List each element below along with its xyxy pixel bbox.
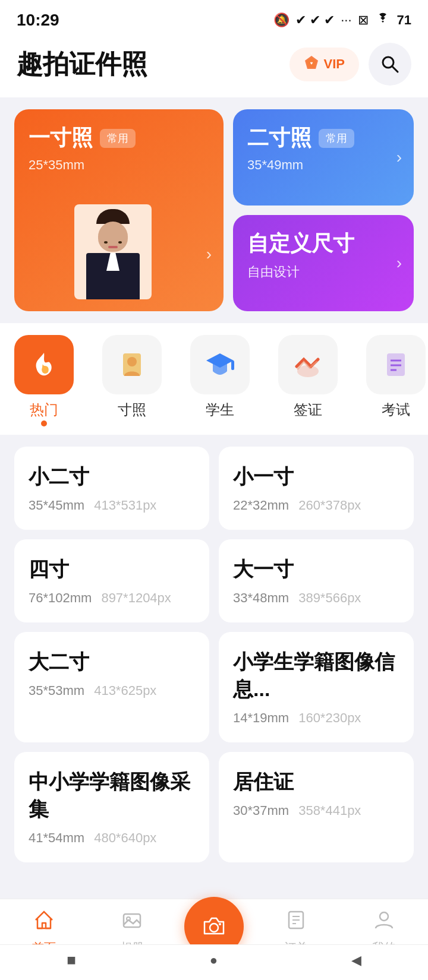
status-bar: 10:29 🔕 ✔ ✔ ✔ ··· ⊠ 71	[0, 0, 428, 36]
card-title-7: 居住证	[233, 769, 399, 796]
status-icons: 🔕 ✔ ✔ ✔ ··· ⊠ 71	[273, 12, 411, 29]
visa-icon	[278, 335, 338, 394]
search-button[interactable]	[369, 43, 411, 86]
category-item-student[interactable]: 学生	[176, 335, 264, 429]
grid-row-2: 四寸 76*102mm 897*1204px 大一寸 33*48mm 389*5…	[14, 539, 414, 622]
photo-card-sicun[interactable]: 四寸 76*102mm 897*1204px	[14, 539, 209, 622]
sys-square-btn[interactable]: ■	[67, 951, 76, 969]
card-mm-3: 33*48mm	[233, 590, 289, 606]
banner-right-top-arrow: ›	[396, 148, 402, 167]
category-item-exam[interactable]: 考试	[352, 335, 428, 429]
card-px-4: 413*625px	[94, 683, 156, 698]
grid-row-4: 中小学学籍图像采集 41*54mm 480*640px 居住证 30*37mm …	[14, 752, 414, 862]
svg-line-4	[392, 67, 398, 72]
banner-custom[interactable]: 自定义尺寸 自由设计 ›	[233, 215, 414, 311]
category-label-cunzhao: 寸照	[118, 400, 146, 419]
battery-level: 71	[397, 12, 411, 28]
grid-row-1: 小二寸 35*45mm 413*531px 小一寸 22*32mm 260*37…	[14, 447, 414, 530]
photo-card-zhongxiaoxue[interactable]: 中小学学籍图像采集 41*54mm 480*640px	[14, 752, 209, 862]
card-px-0: 413*531px	[94, 498, 156, 513]
photo-card-dayicun[interactable]: 大一寸 33*48mm 389*566px	[219, 539, 414, 622]
header: 趣拍证件照 ♥ VIP	[0, 36, 428, 97]
svg-point-16	[210, 924, 218, 932]
card-info-4: 35*53mm 413*625px	[29, 683, 195, 698]
card-title-2: 四寸	[29, 556, 195, 583]
photo-card-daercun[interactable]: 大二寸 35*53mm 413*625px	[14, 632, 209, 742]
banner-section: 一寸照 常用 25*35mm ›	[0, 97, 428, 323]
card-mm-5: 14*19mm	[233, 710, 289, 726]
category-item-visa[interactable]: 签证	[264, 335, 352, 429]
category-item-hot[interactable]: 热门	[0, 335, 88, 429]
banner-right: 二寸照 常用 35*49mm › 自定义尺寸 自由设计 ›	[233, 109, 414, 311]
category-label-student: 学生	[206, 400, 234, 419]
card-mm-4: 35*53mm	[29, 683, 84, 698]
svg-rect-8	[231, 361, 234, 370]
category-label-exam: 考试	[382, 400, 410, 419]
card-title-5: 小学生学籍图像信息...	[233, 649, 399, 703]
card-px-1: 260*378px	[298, 498, 361, 513]
battery-icon: ⊠	[358, 12, 369, 28]
sys-circle-btn[interactable]: ●	[210, 953, 218, 968]
home-icon	[33, 909, 55, 936]
card-info-6: 41*54mm 480*640px	[29, 830, 195, 846]
cunzhao-icon	[102, 335, 162, 394]
card-title-0: 小二寸	[29, 463, 195, 491]
photo-card-xiaoxuejixiang[interactable]: 小学生学籍图像信息... 14*19mm 160*230px	[219, 632, 414, 742]
banner-right-bottom-title: 自定义尺寸	[247, 229, 399, 258]
more-icon: ···	[341, 12, 351, 28]
sys-back-btn[interactable]: ◀	[351, 953, 361, 968]
svg-text:♥: ♥	[310, 61, 313, 66]
orders-icon	[285, 909, 307, 936]
wifi-icon	[374, 12, 391, 29]
card-info-7: 30*37mm 358*441px	[233, 803, 399, 818]
category-item-cunzhao[interactable]: 寸照	[88, 335, 176, 429]
banner-right-top-size: 35*49mm	[247, 157, 399, 173]
system-gesture-bar: ■ ● ◀	[0, 944, 428, 980]
vip-diamond-icon: ♥	[304, 55, 319, 74]
card-info-3: 33*48mm 389*566px	[233, 590, 399, 606]
banner-right-bottom-subtitle: 自由设计	[247, 263, 399, 281]
card-info-0: 35*45mm 413*531px	[29, 498, 195, 513]
svg-point-17	[219, 923, 221, 925]
card-mm-2: 76*102mm	[29, 590, 92, 606]
grid-row-3: 大二寸 35*53mm 413*625px 小学生学籍图像信息... 14*19…	[14, 632, 414, 742]
category-section: 热门 寸照 学生	[0, 323, 428, 435]
sync-icon: ✔ ✔ ✔	[295, 12, 335, 28]
card-title-3: 大一寸	[233, 556, 399, 583]
photo-card-juzhuzheng[interactable]: 居住证 30*37mm 358*441px	[219, 752, 414, 862]
card-title-4: 大二寸	[29, 649, 195, 676]
card-info-2: 76*102mm 897*1204px	[29, 590, 195, 606]
album-icon	[121, 909, 143, 936]
banner-ercun[interactable]: 二寸照 常用 35*49mm ›	[233, 109, 414, 206]
mine-icon	[373, 909, 395, 936]
exam-icon	[366, 335, 426, 394]
header-actions: ♥ VIP	[289, 43, 411, 86]
card-mm-6: 41*54mm	[29, 830, 84, 846]
photo-grid: 小二寸 35*45mm 413*531px 小一寸 22*32mm 260*37…	[0, 435, 428, 874]
photo-card-xiaoerycun[interactable]: 小二寸 35*45mm 413*531px	[14, 447, 209, 530]
vip-label: VIP	[324, 56, 345, 72]
banner-right-top-title: 二寸照 常用	[247, 124, 399, 153]
banner-right-top-tag: 常用	[319, 129, 354, 148]
card-info-1: 22*32mm 260*378px	[233, 498, 399, 513]
card-px-7: 358*441px	[298, 803, 361, 818]
card-px-2: 897*1204px	[101, 590, 171, 606]
card-px-5: 160*230px	[298, 710, 361, 726]
svg-point-6	[127, 357, 137, 366]
category-active-dot	[41, 421, 47, 426]
vip-button[interactable]: ♥ VIP	[289, 48, 359, 81]
category-label-hot: 热门	[30, 400, 58, 419]
banner-right-bottom-arrow: ›	[396, 254, 402, 273]
status-time: 10:29	[17, 11, 59, 30]
card-px-3: 389*566px	[298, 590, 361, 606]
hot-icon	[14, 335, 74, 394]
card-mm-0: 35*45mm	[29, 498, 84, 513]
banner-yicun[interactable]: 一寸照 常用 25*35mm ›	[14, 109, 224, 311]
card-info-5: 14*19mm 160*230px	[233, 710, 399, 726]
card-title-6: 中小学学籍图像采集	[29, 769, 195, 823]
banner-left-size: 25*35mm	[29, 157, 209, 173]
photo-card-xiaoyicun[interactable]: 小一寸 22*32mm 260*378px	[219, 447, 414, 530]
banner-left-title: 一寸照 常用	[29, 124, 209, 153]
banner-left-arrow: ›	[206, 245, 212, 264]
card-mm-1: 22*32mm	[233, 498, 289, 513]
